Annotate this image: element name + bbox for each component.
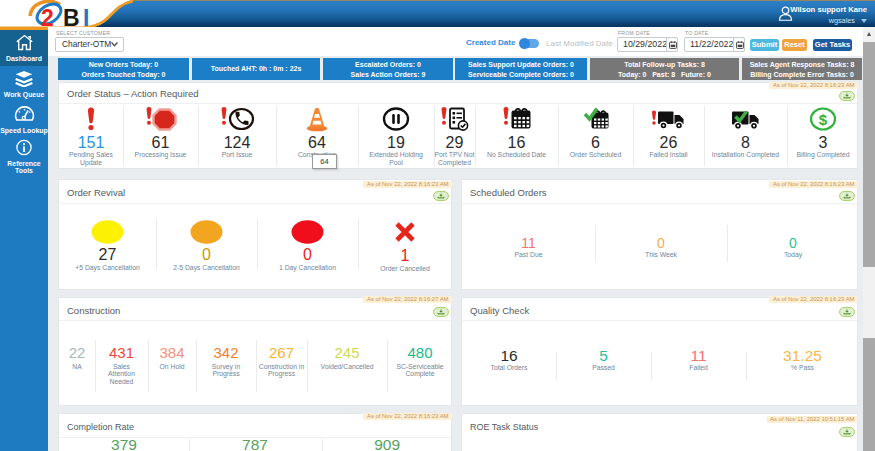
svg-text:I: I <box>83 5 89 28</box>
svg-text:$: $ <box>819 111 828 128</box>
svg-text:2: 2 <box>41 5 54 28</box>
svg-text:B: B <box>63 5 80 28</box>
